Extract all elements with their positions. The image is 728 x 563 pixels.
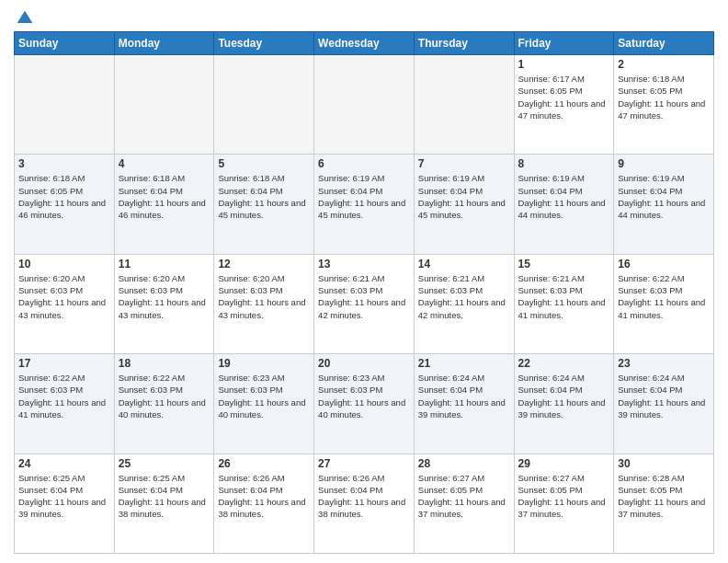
calendar-cell (314, 55, 415, 155)
day-number: 8 (518, 157, 610, 170)
calendar-week-4: 17Sunrise: 6:22 AMSunset: 6:03 PMDayligh… (15, 354, 714, 454)
day-number: 9 (618, 157, 710, 170)
day-number: 15 (518, 258, 610, 270)
day-info: Sunrise: 6:18 AMSunset: 6:05 PMDaylight:… (18, 172, 110, 221)
header (14, 9, 714, 24)
day-number: 30 (618, 457, 710, 470)
calendar-cell: 15Sunrise: 6:21 AMSunset: 6:03 PMDayligh… (514, 254, 614, 353)
day-number: 20 (318, 357, 410, 370)
calendar-cell: 3Sunrise: 6:18 AMSunset: 6:05 PMDaylight… (15, 155, 115, 254)
day-number: 1 (518, 58, 610, 71)
day-number: 14 (418, 258, 510, 270)
day-info: Sunrise: 6:22 AMSunset: 6:03 PMDaylight:… (18, 372, 110, 420)
day-number: 10 (18, 258, 110, 270)
weekday-header-thursday: Thursday (414, 32, 514, 55)
weekday-header-saturday: Saturday (614, 32, 714, 55)
calendar-cell: 8Sunrise: 6:19 AMSunset: 6:04 PMDaylight… (514, 155, 614, 254)
calendar-cell (414, 55, 514, 155)
day-info: Sunrise: 6:24 AMSunset: 6:04 PMDaylight:… (618, 372, 710, 420)
day-info: Sunrise: 6:23 AMSunset: 6:03 PMDaylight:… (218, 372, 310, 420)
day-number: 19 (218, 357, 310, 370)
day-number: 2 (618, 58, 710, 71)
logo-text (14, 9, 34, 28)
calendar-week-2: 3Sunrise: 6:18 AMSunset: 6:05 PMDaylight… (15, 155, 714, 254)
calendar-week-1: 1Sunrise: 6:17 AMSunset: 6:05 PMDaylight… (15, 55, 714, 155)
calendar-cell: 12Sunrise: 6:20 AMSunset: 6:03 PMDayligh… (214, 254, 314, 353)
day-info: Sunrise: 6:20 AMSunset: 6:03 PMDaylight:… (119, 272, 210, 321)
day-info: Sunrise: 6:27 AMSunset: 6:05 PMDaylight:… (418, 472, 510, 521)
calendar-header-row: SundayMondayTuesdayWednesdayThursdayFrid… (15, 32, 714, 55)
calendar-cell: 10Sunrise: 6:20 AMSunset: 6:03 PMDayligh… (15, 254, 115, 353)
calendar-cell: 17Sunrise: 6:22 AMSunset: 6:03 PMDayligh… (15, 354, 115, 454)
calendar-cell: 23Sunrise: 6:24 AMSunset: 6:04 PMDayligh… (614, 354, 714, 454)
day-number: 3 (18, 157, 110, 170)
day-number: 4 (119, 157, 210, 170)
day-info: Sunrise: 6:25 AMSunset: 6:04 PMDaylight:… (18, 472, 110, 521)
calendar-cell (114, 55, 214, 155)
day-info: Sunrise: 6:27 AMSunset: 6:05 PMDaylight:… (518, 472, 610, 521)
day-info: Sunrise: 6:19 AMSunset: 6:04 PMDaylight:… (418, 172, 510, 221)
day-number: 28 (418, 457, 510, 470)
calendar-cell: 27Sunrise: 6:26 AMSunset: 6:04 PMDayligh… (314, 454, 415, 553)
day-number: 22 (518, 357, 610, 370)
day-info: Sunrise: 6:24 AMSunset: 6:04 PMDaylight:… (518, 372, 610, 420)
day-number: 29 (518, 457, 610, 470)
day-info: Sunrise: 6:18 AMSunset: 6:04 PMDaylight:… (218, 172, 310, 221)
day-info: Sunrise: 6:26 AMSunset: 6:04 PMDaylight:… (318, 472, 410, 521)
calendar-cell: 1Sunrise: 6:17 AMSunset: 6:05 PMDaylight… (514, 55, 614, 155)
logo-icon (16, 9, 34, 28)
logo (14, 9, 34, 24)
day-number: 12 (218, 258, 310, 270)
calendar-cell: 20Sunrise: 6:23 AMSunset: 6:03 PMDayligh… (314, 354, 415, 454)
calendar-cell: 9Sunrise: 6:19 AMSunset: 6:04 PMDaylight… (614, 155, 714, 254)
weekday-header-friday: Friday (514, 32, 614, 55)
calendar-cell: 2Sunrise: 6:18 AMSunset: 6:05 PMDaylight… (614, 55, 714, 155)
calendar-cell: 18Sunrise: 6:22 AMSunset: 6:03 PMDayligh… (114, 354, 214, 454)
weekday-header-monday: Monday (114, 32, 214, 55)
calendar-cell (214, 55, 314, 155)
calendar-cell: 19Sunrise: 6:23 AMSunset: 6:03 PMDayligh… (214, 354, 314, 454)
calendar-week-5: 24Sunrise: 6:25 AMSunset: 6:04 PMDayligh… (15, 454, 714, 553)
day-info: Sunrise: 6:21 AMSunset: 6:03 PMDaylight:… (418, 272, 510, 321)
day-number: 21 (418, 357, 510, 370)
calendar-cell: 14Sunrise: 6:21 AMSunset: 6:03 PMDayligh… (414, 254, 514, 353)
day-number: 18 (119, 357, 210, 370)
day-info: Sunrise: 6:21 AMSunset: 6:03 PMDaylight:… (518, 272, 610, 321)
calendar-cell: 13Sunrise: 6:21 AMSunset: 6:03 PMDayligh… (314, 254, 415, 353)
day-number: 5 (218, 157, 310, 170)
calendar-cell: 16Sunrise: 6:22 AMSunset: 6:03 PMDayligh… (614, 254, 714, 353)
calendar-cell: 7Sunrise: 6:19 AMSunset: 6:04 PMDaylight… (414, 155, 514, 254)
calendar-cell: 4Sunrise: 6:18 AMSunset: 6:04 PMDaylight… (114, 155, 214, 254)
day-info: Sunrise: 6:17 AMSunset: 6:05 PMDaylight:… (518, 73, 610, 121)
svg-marker-0 (17, 11, 33, 23)
day-info: Sunrise: 6:25 AMSunset: 6:04 PMDaylight:… (119, 472, 210, 521)
day-info: Sunrise: 6:19 AMSunset: 6:04 PMDaylight:… (618, 172, 710, 221)
day-info: Sunrise: 6:20 AMSunset: 6:03 PMDaylight:… (18, 272, 110, 321)
calendar-cell: 25Sunrise: 6:25 AMSunset: 6:04 PMDayligh… (114, 454, 214, 553)
calendar-cell: 5Sunrise: 6:18 AMSunset: 6:04 PMDaylight… (214, 155, 314, 254)
day-info: Sunrise: 6:19 AMSunset: 6:04 PMDaylight:… (318, 172, 410, 221)
calendar-cell: 24Sunrise: 6:25 AMSunset: 6:04 PMDayligh… (15, 454, 115, 553)
day-number: 11 (119, 258, 210, 270)
calendar-week-3: 10Sunrise: 6:20 AMSunset: 6:03 PMDayligh… (15, 254, 714, 353)
calendar-cell: 21Sunrise: 6:24 AMSunset: 6:04 PMDayligh… (414, 354, 514, 454)
day-number: 13 (318, 258, 410, 270)
weekday-header-tuesday: Tuesday (214, 32, 314, 55)
day-info: Sunrise: 6:18 AMSunset: 6:04 PMDaylight:… (119, 172, 210, 221)
calendar-table: SundayMondayTuesdayWednesdayThursdayFrid… (14, 31, 714, 554)
calendar-cell: 26Sunrise: 6:26 AMSunset: 6:04 PMDayligh… (214, 454, 314, 553)
day-info: Sunrise: 6:19 AMSunset: 6:04 PMDaylight:… (518, 172, 610, 221)
day-info: Sunrise: 6:18 AMSunset: 6:05 PMDaylight:… (618, 73, 710, 121)
calendar-cell: 29Sunrise: 6:27 AMSunset: 6:05 PMDayligh… (514, 454, 614, 553)
weekday-header-wednesday: Wednesday (314, 32, 415, 55)
day-info: Sunrise: 6:24 AMSunset: 6:04 PMDaylight:… (418, 372, 510, 420)
page: SundayMondayTuesdayWednesdayThursdayFrid… (0, 0, 728, 563)
day-number: 6 (318, 157, 410, 170)
calendar-cell: 22Sunrise: 6:24 AMSunset: 6:04 PMDayligh… (514, 354, 614, 454)
day-number: 27 (318, 457, 410, 470)
calendar-cell (15, 55, 115, 155)
day-info: Sunrise: 6:28 AMSunset: 6:05 PMDaylight:… (618, 472, 710, 521)
calendar-cell: 11Sunrise: 6:20 AMSunset: 6:03 PMDayligh… (114, 254, 214, 353)
day-number: 24 (18, 457, 110, 470)
day-number: 23 (618, 357, 710, 370)
